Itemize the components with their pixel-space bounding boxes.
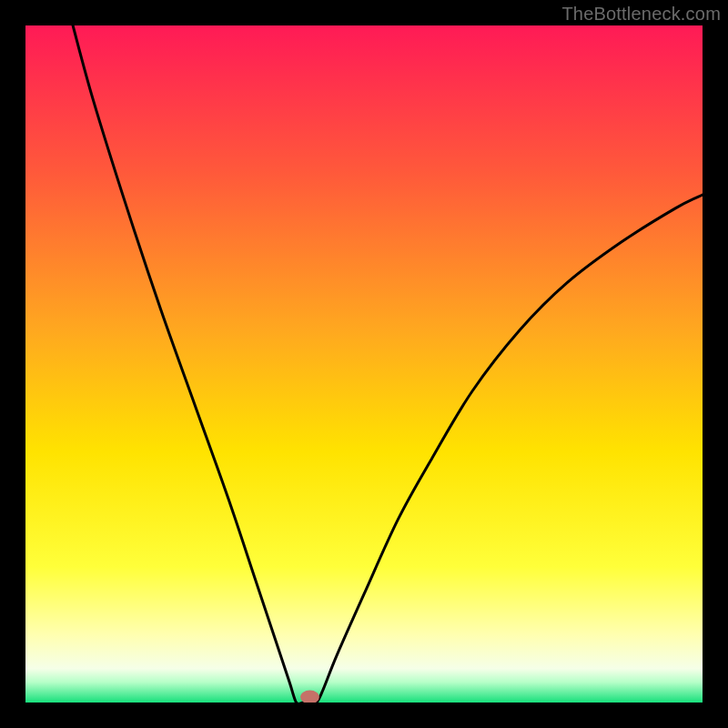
- gradient-background: [25, 25, 703, 703]
- watermark-text: TheBottleneck.com: [561, 4, 721, 25]
- bottleneck-chart: [25, 25, 703, 703]
- chart-frame: [25, 25, 703, 703]
